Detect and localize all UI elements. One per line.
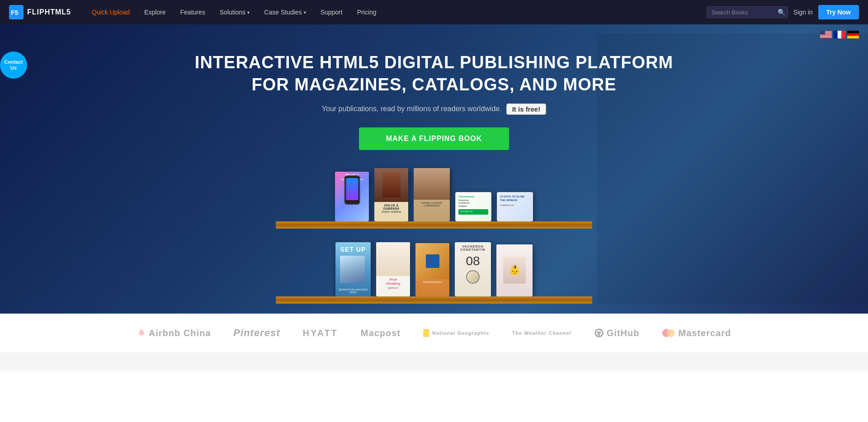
book-orange-face <box>415 243 449 279</box>
book-dolce-label: DOLCE & GABBANADolce mattina <box>374 202 408 215</box>
hero-section: ContactUs <box>0 24 868 314</box>
nav-support[interactable]: Support <box>313 0 350 24</box>
book-covid-blue[interactable]: 15 DAYS TO SLOWTHE SPREAD Guidelines for <box>497 192 533 221</box>
svg-rect-13 <box>820 37 832 38</box>
book-wedding[interactable]: RealWeddinggalleries <box>376 242 410 296</box>
book-covid-green-text: Coronavirus Response Investment Initiati… <box>456 192 491 217</box>
airbnb-icon <box>137 328 146 338</box>
fr-flag-icon[interactable] <box>834 31 845 38</box>
search-icon: 🔍 <box>778 9 785 16</box>
svg-rect-14 <box>820 38 832 38</box>
book-setup-title: SET UP <box>335 246 371 253</box>
book-watch-header: VACHERON CONSTANTIN <box>455 242 491 254</box>
us-flag-icon[interactable] <box>820 31 832 38</box>
nav-pricing[interactable]: Pricing <box>350 0 384 24</box>
brand-airbnb-text: Airbnb China <box>149 328 211 338</box>
github-icon <box>594 328 604 338</box>
shelf-1-books: iPhone X Say hello to the future DOLCE &… <box>276 164 592 229</box>
book-iphone[interactable]: iPhone X Say hello to the future <box>335 172 369 221</box>
solutions-chevron-icon: ▾ <box>247 10 250 15</box>
brands-section: Airbnb China Pinterest HYATT Macpost Nat… <box>0 314 868 352</box>
book-estee-label: ESTEE LAUDERCOMPANIES <box>414 200 450 209</box>
book-dolce-face <box>374 168 408 202</box>
search-box[interactable]: 🔍 <box>707 6 788 18</box>
book-estee[interactable]: ESTEE LAUDERCOMPANIES <box>414 168 450 221</box>
brand-hyatt-text: HYATT <box>303 328 338 338</box>
contact-us-label: ContactUs <box>5 59 23 71</box>
brand-github-text: GitHub <box>607 328 640 338</box>
brand-mastercard-text: Mastercard <box>678 328 731 338</box>
svg-point-24 <box>667 329 675 337</box>
book-covid-blue-text: 15 DAYS TO SLOWTHE SPREAD Guidelines for <box>497 192 533 210</box>
book-watch-number: 08 <box>455 254 491 268</box>
svg-point-22 <box>594 328 604 338</box>
shelf-2: SET UP SECRETOS DE NUESTRAS VIDAS RealWe… <box>276 238 592 304</box>
shelf-2-board <box>276 296 592 304</box>
brand-weather-text: The Weather Channel <box>512 330 571 336</box>
nav-solutions[interactable]: Solutions ▾ <box>212 0 257 24</box>
de-flag-icon[interactable] <box>847 31 859 38</box>
bookshelf-container: iPhone X Say hello to the future DOLCE &… <box>0 164 868 313</box>
svg-rect-21 <box>847 31 859 33</box>
search-input[interactable] <box>712 9 775 16</box>
book-watch-icon <box>455 268 491 286</box>
brand-pinterest: Pinterest <box>233 327 280 339</box>
logo-text: FLIPHTML5 <box>27 8 71 16</box>
svg-rect-11 <box>820 36 832 37</box>
shelf-1-board <box>276 221 592 229</box>
svg-rect-9 <box>820 35 832 35</box>
book-watch[interactable]: VACHERON CONSTANTIN 08 <box>455 242 491 296</box>
try-now-button[interactable]: Try Now <box>818 5 859 19</box>
brand-macpost-text: Macpost <box>361 328 401 338</box>
book-orange-label: Something here <box>415 279 449 285</box>
language-flags <box>820 31 859 38</box>
book-dolce[interactable]: DOLCE & GABBANADolce mattina <box>374 168 408 221</box>
hero-subtitle: Your publications, read by millions of r… <box>322 103 546 115</box>
brand-mastercard: Mastercard <box>662 328 731 338</box>
navbar: F5 FLIPHTML5 Quick Upload Explore Featur… <box>0 0 868 24</box>
brand-airbnb: Airbnb China <box>137 328 211 338</box>
mastercard-icon <box>662 328 675 338</box>
shelf-1: iPhone X Say hello to the future DOLCE &… <box>276 164 592 229</box>
nav-right: 🔍 Sign in Try Now <box>707 5 859 19</box>
contact-us-button[interactable]: ContactUs <box>0 52 27 79</box>
svg-text:F5: F5 <box>11 9 19 16</box>
nav-explore[interactable]: Explore <box>137 0 173 24</box>
shelf-2-books: SET UP SECRETOS DE NUESTRAS VIDAS RealWe… <box>276 238 592 304</box>
nav-links: Quick Upload Explore Features Solutions … <box>85 0 707 24</box>
hero-title: INTERACTIVE HTML5 DIGITAL PUBLISHING PLA… <box>195 52 673 96</box>
book-dolce-image <box>382 173 401 197</box>
brand-weather: The Weather Channel <box>512 330 571 336</box>
brand-natgeo: National Geographic <box>423 329 490 337</box>
free-badge: It is free! <box>506 103 547 115</box>
footer-strip <box>0 352 868 370</box>
nav-case-studies[interactable]: Case Studies ▾ <box>257 0 313 24</box>
book-wedding-label: RealWeddinggalleries <box>376 276 410 291</box>
make-flipping-book-button[interactable]: MAKE A FLIPPING BOOK <box>359 127 509 150</box>
nav-quick-upload[interactable]: Quick Upload <box>85 0 137 24</box>
nav-features[interactable]: Features <box>173 0 212 24</box>
logo-icon: F5 <box>9 5 24 19</box>
book-covid-green[interactable]: Coronavirus Response Investment Initiati… <box>455 192 491 221</box>
book-baby[interactable]: 👶 <box>496 244 533 296</box>
svg-rect-18 <box>834 31 838 38</box>
book-estee-face <box>414 168 450 200</box>
svg-rect-15 <box>820 31 825 35</box>
book-wedding-face <box>376 242 410 276</box>
book-orange[interactable]: Something here <box>415 243 449 296</box>
brand-natgeo-text: National Geographic <box>432 330 490 336</box>
signin-link[interactable]: Sign in <box>793 9 813 16</box>
brand-macpost: Macpost <box>361 328 401 338</box>
book-setup-subtitle: SECRETOS DE NUESTRAS VIDAS <box>335 288 371 294</box>
natgeo-icon <box>423 329 429 337</box>
book-setup[interactable]: SET UP SECRETOS DE NUESTRAS VIDAS <box>335 242 371 296</box>
logo[interactable]: F5 FLIPHTML5 <box>9 5 71 19</box>
svg-rect-12 <box>820 37 832 37</box>
svg-rect-10 <box>820 35 832 36</box>
brand-pinterest-text: Pinterest <box>233 327 280 339</box>
book-setup-image <box>340 256 365 283</box>
book-baby-face: 👶 <box>496 244 533 296</box>
iphone-device-icon <box>344 175 360 205</box>
case-studies-chevron-icon: ▾ <box>304 10 306 15</box>
brand-hyatt: HYATT <box>303 328 338 338</box>
